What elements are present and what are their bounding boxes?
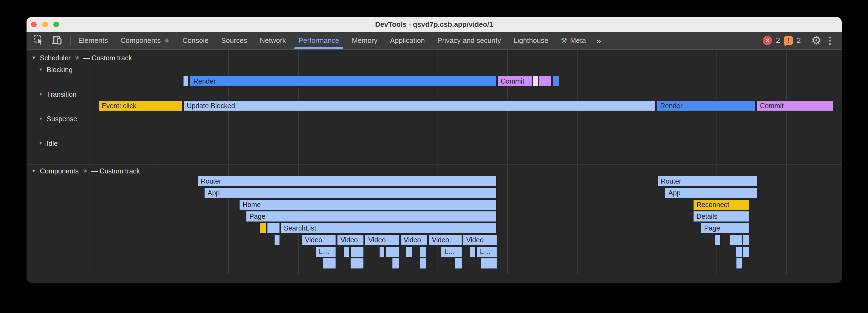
lane-label-blocking[interactable]: ▼Blocking — [38, 66, 72, 74]
flame-bar[interactable] — [736, 258, 742, 269]
flame-bar-home[interactable]: Home — [239, 199, 497, 210]
tab-components[interactable]: Components⚛ — [114, 32, 176, 49]
flame-bar-video[interactable]: Video — [337, 234, 364, 246]
flame-bar-l[interactable]: L… — [441, 246, 462, 257]
tab-memory[interactable]: Memory — [345, 32, 384, 49]
flame-bar-page[interactable]: Page — [701, 222, 750, 234]
flame-bar-l[interactable]: L… — [476, 246, 497, 257]
flame-bar-render[interactable]: Render — [657, 100, 755, 111]
flame-bar[interactable] — [736, 246, 742, 257]
tab-label: Console — [182, 36, 208, 45]
flame-bar[interactable] — [183, 76, 188, 86]
grid-line — [89, 50, 89, 274]
track-suffix: — Custom track — [91, 167, 140, 175]
tab-elements[interactable]: Elements — [72, 32, 114, 49]
flame-bar-router[interactable]: Router — [197, 176, 497, 187]
inspect-element-button[interactable] — [33, 35, 44, 46]
disclosure-triangle-icon: ▼ — [38, 67, 43, 72]
flame-bar[interactable] — [539, 76, 552, 86]
tab-privacy-and-security[interactable]: Privacy and security — [431, 32, 507, 49]
grid-line — [786, 50, 787, 274]
flame-bar[interactable] — [729, 234, 742, 246]
flame-bar-video[interactable]: Video — [400, 234, 428, 246]
track-header-components[interactable]: ▼Components⚛— Custom track — [31, 167, 140, 175]
kebab-menu-icon[interactable]: ⋮ — [825, 36, 835, 45]
flame-bar[interactable] — [350, 246, 364, 257]
flame-bar-reconnect[interactable]: Reconnect — [693, 199, 750, 210]
flame-bar-app[interactable]: App — [665, 187, 757, 199]
tab-application[interactable]: Application — [384, 32, 431, 49]
tab-network[interactable]: Network — [253, 32, 292, 49]
flame-bar[interactable] — [274, 234, 280, 246]
issues-icon[interactable]: ! — [784, 36, 793, 45]
flame-bar[interactable] — [470, 246, 475, 257]
flame-bar[interactable] — [481, 258, 497, 269]
flame-bar-video[interactable]: Video — [301, 234, 336, 246]
flame-bar-app[interactable]: App — [204, 187, 497, 199]
flame-bar-video[interactable]: Video — [463, 234, 497, 246]
flame-bar-event-click[interactable]: Event: click — [98, 100, 183, 111]
flame-bar[interactable] — [343, 246, 350, 257]
disclosure-triangle-icon: ▼ — [31, 168, 36, 174]
issues-count[interactable]: 2 — [797, 36, 801, 45]
tab-label: Components — [120, 36, 160, 45]
more-tabs-button[interactable]: » — [592, 32, 605, 49]
lane-label-transition[interactable]: ▼Transition — [38, 90, 76, 98]
tab-label: Memory — [352, 36, 377, 45]
tab-lighthouse[interactable]: Lighthouse — [507, 32, 555, 49]
flame-bar-render[interactable]: Render — [190, 76, 497, 86]
tab-sources[interactable]: Sources — [215, 32, 253, 49]
flame-bar-commit[interactable]: Commit — [497, 76, 532, 86]
device-toolbar-button[interactable] — [51, 35, 62, 46]
window-titlebar[interactable]: DevTools - qsvd7p.csb.app/video/1 — [27, 17, 842, 32]
flame-bar[interactable] — [259, 222, 267, 234]
flame-bar-router[interactable]: Router — [657, 176, 757, 187]
flame-bar[interactable] — [267, 222, 280, 234]
flame-bar[interactable] — [533, 76, 538, 86]
flame-bar[interactable] — [714, 234, 721, 246]
error-count-icon[interactable]: × — [763, 36, 772, 45]
flame-bar-details[interactable]: Details — [693, 211, 750, 222]
disclosure-triangle-icon: ▼ — [38, 116, 43, 121]
tab-label: Elements — [78, 36, 108, 45]
flame-bar[interactable] — [406, 246, 412, 257]
flame-bar[interactable] — [322, 258, 336, 269]
react-atom-icon: ⚛ — [82, 167, 88, 175]
flame-bar-commit[interactable]: Commit — [756, 100, 834, 111]
selected-tab-underline — [294, 47, 343, 49]
flame-bar-video[interactable]: Video — [365, 234, 399, 246]
flame-bar[interactable] — [350, 258, 364, 269]
flame-bar[interactable] — [379, 246, 385, 257]
flame-bar[interactable] — [743, 234, 750, 246]
flame-bar[interactable] — [455, 258, 462, 269]
tab-performance[interactable]: Performance — [292, 32, 345, 49]
flame-bar[interactable] — [420, 246, 427, 257]
flame-bar[interactable] — [420, 258, 427, 269]
flame-bar[interactable] — [385, 246, 399, 257]
track-header-scheduler[interactable]: ▼Scheduler⚛— Custom track — [31, 54, 132, 62]
error-count[interactable]: 2 — [776, 36, 780, 45]
lane-label-suspense[interactable]: ▼Suspense — [38, 115, 77, 123]
flame-bar-searchlist[interactable]: SearchList — [280, 222, 497, 234]
flame-bar-l[interactable]: L… — [315, 246, 336, 257]
flame-bar-update-blocked[interactable]: Update Blocked — [183, 100, 656, 111]
flame-bar[interactable] — [553, 76, 559, 86]
devtools-window: DevTools - qsvd7p.csb.app/video/1 — [27, 17, 842, 283]
tab-console[interactable]: Console — [176, 32, 215, 49]
performance-panel[interactable]: ▼Scheduler⚛— Custom track▼BlockingRender… — [27, 50, 842, 283]
settings-gear-icon[interactable]: ⚙ — [811, 35, 822, 46]
tab-label: Application — [390, 36, 425, 45]
lane-label-idle[interactable]: ▼Idle — [38, 139, 58, 147]
lane-name: Suspense — [47, 115, 77, 123]
flame-bar-page[interactable]: Page — [246, 211, 497, 222]
disclosure-triangle-icon: ▼ — [38, 141, 43, 146]
flame-bar[interactable] — [743, 246, 750, 257]
flame-bar[interactable] — [392, 258, 399, 269]
tab-label: Performance — [298, 36, 339, 45]
grid-line — [577, 50, 578, 274]
toolbar-status: × 2 ! 2 ⚙ ⋮ — [763, 32, 842, 49]
tab-label: Sources — [221, 36, 247, 45]
flame-bar-video[interactable]: Video — [428, 234, 462, 246]
tab-meta[interactable]: ⚒Meta — [555, 32, 592, 49]
react-atom-icon: ⚛ — [164, 37, 170, 44]
